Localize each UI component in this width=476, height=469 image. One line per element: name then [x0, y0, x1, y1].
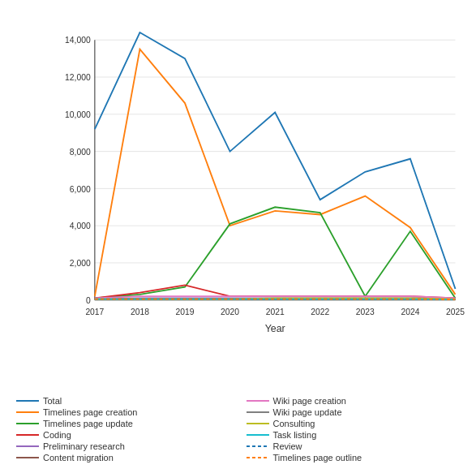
legend-item: Wiki page update [247, 407, 469, 417]
svg-text:2025: 2025 [446, 308, 465, 316]
svg-text:2020: 2020 [221, 308, 239, 316]
legend-label: Wiki page creation [273, 396, 347, 406]
legend-item: Coding [16, 430, 238, 440]
legend-label: Wiki page update [273, 407, 342, 417]
chart-legend: TotalWiki page creationTimelines page cr… [0, 389, 476, 469]
legend-line [247, 400, 269, 402]
legend-label: Total [43, 396, 62, 406]
legend-label: Coding [43, 430, 71, 440]
legend-line [247, 457, 269, 458]
svg-text:2022: 2022 [311, 308, 329, 316]
legend-item: Task listing [247, 430, 469, 440]
legend-line [16, 457, 39, 458]
legend-line [16, 445, 39, 447]
legend-line [247, 434, 269, 436]
legend-line [247, 411, 269, 413]
svg-text:4,000: 4,000 [70, 222, 91, 230]
svg-text:10,000: 10,000 [65, 110, 91, 119]
legend-line [247, 423, 269, 424]
legend-line [247, 445, 269, 447]
svg-text:2,000: 2,000 [70, 259, 91, 268]
legend-label: Consulting [273, 419, 315, 428]
svg-text:2018: 2018 [131, 308, 149, 316]
legend-label: Review [273, 441, 302, 451]
svg-text:8,000: 8,000 [70, 148, 91, 157]
legend-item: Review [247, 441, 469, 451]
legend-item: Wiki page creation [247, 396, 469, 406]
svg-text:2021: 2021 [266, 308, 285, 316]
legend-label: Task listing [273, 430, 317, 440]
legend-item: Timelines page creation [16, 407, 238, 417]
legend-label: Content migration [43, 453, 114, 463]
legend-label: Timelines page update [43, 419, 133, 428]
chart-container: 02,0004,0006,0008,00010,00012,00014,0002… [0, 0, 476, 469]
svg-text:2017: 2017 [85, 308, 104, 316]
legend-item: Timelines page outline [247, 453, 469, 463]
legend-label: Timelines page outline [273, 453, 362, 463]
svg-text:14,000: 14,000 [65, 36, 91, 45]
legend-item: Timelines page update [16, 419, 238, 428]
legend-line [16, 423, 39, 424]
chart-svg-area: 02,0004,0006,0008,00010,00012,00014,0002… [0, 0, 476, 389]
line-chart: 02,0004,0006,0008,00010,00012,00014,0002… [49, 8, 468, 357]
legend-item: Preliminary research [16, 441, 238, 451]
svg-text:2019: 2019 [176, 308, 195, 316]
legend-item: Total [16, 396, 238, 406]
svg-text:2024: 2024 [401, 308, 419, 316]
legend-label: Timelines page creation [43, 407, 137, 417]
svg-text:Year: Year [265, 323, 285, 334]
svg-text:2023: 2023 [356, 308, 375, 316]
legend-item: Content migration [16, 453, 238, 463]
legend-line [16, 434, 39, 436]
svg-text:6,000: 6,000 [70, 185, 91, 194]
svg-text:12,000: 12,000 [65, 73, 91, 82]
legend-line [16, 400, 39, 402]
svg-text:0: 0 [86, 296, 91, 305]
legend-line [16, 411, 39, 413]
legend-label: Preliminary research [43, 441, 125, 451]
legend-item: Consulting [247, 419, 469, 428]
